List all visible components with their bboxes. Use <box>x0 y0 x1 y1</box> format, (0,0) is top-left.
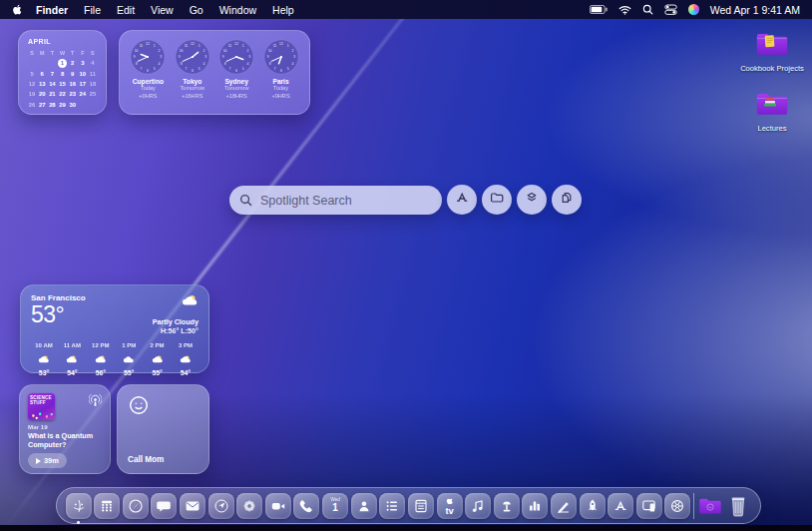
calendar-day[interactable]: 18 <box>88 79 98 89</box>
calendar-selected-day[interactable]: 1 <box>58 59 67 68</box>
spotlight-filter-buttons <box>447 185 582 215</box>
dock-item-app-store[interactable] <box>608 493 633 519</box>
calendar-day[interactable]: 28 <box>47 99 57 109</box>
dock-item-numbers[interactable] <box>522 493 548 519</box>
pages-icon <box>556 498 572 514</box>
weather-widget[interactable]: San Francisco 53° Partly Cloudy H:56° L:… <box>20 284 209 373</box>
calendar-day[interactable]: 17 <box>78 79 88 89</box>
world-clock-paris[interactable]: 123456789101112 ParisToday+9HRS <box>259 39 303 108</box>
world-clock-cupertino[interactable]: 123456789101112 CupertinoToday+0HRS <box>126 39 170 108</box>
calendar-day[interactable]: 29 <box>57 99 67 109</box>
calendar-day[interactable]: 23 <box>68 89 78 99</box>
desktop-icon-lectures[interactable]: Lectures <box>734 90 810 133</box>
apple-menu-icon[interactable] <box>12 3 24 17</box>
shortcuts-filter-button[interactable] <box>517 185 547 215</box>
dock-item-calendar[interactable]: Wed1 <box>322 493 348 519</box>
desktop-icon-cookbook-projects[interactable]: Cookbook Projects <box>734 30 810 73</box>
podcast-play-button[interactable]: 39m <box>28 453 67 468</box>
svg-text:1: 1 <box>154 44 156 48</box>
calendar-day[interactable]: 3 <box>78 58 88 68</box>
calendar-day[interactable]: 7 <box>47 69 57 79</box>
menu-item-window[interactable]: Window <box>211 4 264 16</box>
calendar-day[interactable]: 2 <box>68 58 78 68</box>
calendar-day[interactable]: 13 <box>37 79 47 89</box>
calendar-week-row: 567891011 <box>27 69 98 79</box>
dock-calendar-weekday: Wed <box>330 498 339 503</box>
spotlight-search-input[interactable] <box>258 193 428 209</box>
dock-item-safari[interactable] <box>123 493 149 519</box>
calendar-day[interactable]: 27 <box>37 99 47 109</box>
dock-item-iphone-mirroring[interactable] <box>636 493 662 519</box>
spotlight-search-bar[interactable] <box>229 186 442 215</box>
dock-item-maps[interactable] <box>208 493 234 519</box>
dock-item-messages[interactable] <box>151 493 177 519</box>
dock-item-finder[interactable] <box>66 493 92 519</box>
calendar-day[interactable]: 24 <box>78 89 88 99</box>
menu-item-edit[interactable]: Edit <box>109 4 143 16</box>
calendar-day[interactable]: 15 <box>57 79 67 89</box>
dock-item-keynote[interactable] <box>494 493 520 519</box>
podcast-widget[interactable]: SCIENCE STUFF Mar 19 What is a Quantum C… <box>19 384 111 474</box>
dock-item-photos[interactable] <box>236 493 262 519</box>
calendar-day[interactable]: 21 <box>47 89 57 99</box>
world-clock-widget[interactable]: 123456789101112 CupertinoToday+0HRS 1234… <box>119 30 310 115</box>
menu-item-app[interactable]: Finder <box>28 4 76 16</box>
calendar-day[interactable]: 12 <box>27 79 37 89</box>
dock-item-settings[interactable] <box>664 493 690 519</box>
dock-item-facetime[interactable] <box>265 493 291 519</box>
calendar-day[interactable]: 5 <box>27 69 37 79</box>
calendar-widget[interactable]: APRIL SMTWTFS123456789101112131415161718… <box>18 30 107 115</box>
menu-item-help[interactable]: Help <box>264 4 302 16</box>
dock-item-pages[interactable] <box>551 493 577 519</box>
calendar-day[interactable]: 26 <box>27 99 37 109</box>
files-filter-button[interactable] <box>482 185 512 215</box>
calendar-day[interactable]: 25 <box>88 89 98 99</box>
calendar-day[interactable]: 16 <box>68 79 78 89</box>
world-clock-tokyo[interactable]: 123456789101112 TokyoTomorrow+16HRS <box>171 39 214 108</box>
control-center-icon[interactable] <box>664 4 677 15</box>
dock-item-music[interactable] <box>465 493 491 519</box>
calendar-day[interactable]: 30 <box>68 99 78 109</box>
calendar-day[interactable]: 10 <box>78 69 88 79</box>
dock-item-apps-grid[interactable] <box>94 493 120 519</box>
dock-item-phone[interactable] <box>293 493 319 519</box>
dock-item-reminders[interactable] <box>379 493 405 519</box>
calendar-day[interactable]: 11 <box>88 69 98 79</box>
dock-item-games-rocket[interactable] <box>580 493 606 519</box>
shortcut-widget-call-mom[interactable]: Call Mom <box>117 384 209 474</box>
calendar-day[interactable]: 4 <box>88 58 98 68</box>
tv-icon: tv <box>446 496 454 516</box>
menu-item-view[interactable]: View <box>143 4 182 16</box>
calendar-day[interactable]: 1 <box>57 58 67 68</box>
calendar-week-row: 12131415161718 <box>27 79 98 89</box>
clipboard-filter-button[interactable] <box>552 185 582 215</box>
dock-item-mail[interactable] <box>180 493 205 519</box>
calendar-day[interactable]: 20 <box>37 89 47 99</box>
calendar-day[interactable]: 8 <box>57 69 67 79</box>
svg-text:6: 6 <box>192 69 194 73</box>
menu-bar-clock[interactable]: Wed Apr 1 9:41 AM <box>710 4 800 16</box>
svg-text:4: 4 <box>203 62 204 66</box>
app-store-filter-button[interactable] <box>447 185 477 215</box>
dock-item-downloads-folder[interactable] <box>697 493 723 519</box>
calendar-day[interactable]: 6 <box>37 69 47 79</box>
world-clock-sydney[interactable]: 123456789101112 SydneyTomorrow+18HRS <box>214 39 258 108</box>
siri-icon[interactable] <box>688 4 699 15</box>
clock-city-day: Today <box>273 85 288 93</box>
calendar-day[interactable]: 19 <box>27 89 37 99</box>
menu-item-go[interactable]: Go <box>182 4 211 16</box>
calendar-day[interactable]: 22 <box>57 89 67 99</box>
dock-item-contacts[interactable] <box>351 493 377 519</box>
hour-label: 12 PM <box>92 342 109 348</box>
shortcuts-icon <box>524 190 540 210</box>
battery-icon[interactable] <box>590 5 608 14</box>
menu-item-file[interactable]: File <box>76 4 109 16</box>
search-icon[interactable] <box>642 4 653 15</box>
dock-item-notes[interactable] <box>408 493 434 519</box>
dock-item-trash[interactable] <box>725 493 751 519</box>
calendar-day[interactable]: 9 <box>68 69 78 79</box>
calendar-day[interactable]: 14 <box>47 79 57 89</box>
wifi-icon[interactable] <box>618 5 631 15</box>
keynote-icon <box>499 498 515 514</box>
dock-item-tv[interactable]: tv <box>437 493 463 519</box>
